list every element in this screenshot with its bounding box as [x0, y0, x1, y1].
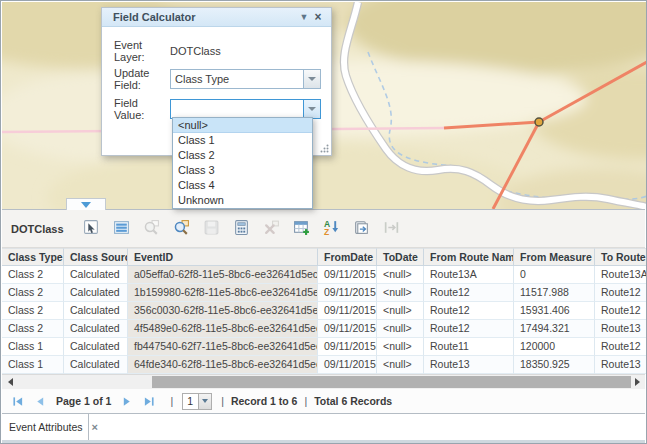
table-cell[interactable]: 09/11/2015	[318, 284, 377, 302]
table-row[interactable]: Class 1Calculatedfb447540-62f7-11e5-8bc6…	[2, 338, 645, 356]
column-header[interactable]: From Route Name	[424, 248, 514, 266]
sort-icon[interactable]: AZ	[322, 217, 342, 237]
scroll-right-button[interactable]	[629, 375, 645, 389]
dialog-title-bar[interactable]: Field Calculator ▼ ×	[102, 8, 331, 27]
table-cell[interactable]: 4f5489e0-62f8-11e5-8bc6-ee32641d5ec9	[128, 320, 318, 338]
table-cell[interactable]: Calculated	[64, 356, 128, 374]
panel-collapse-button[interactable]	[66, 198, 106, 210]
page-number-select[interactable]: 1	[182, 393, 212, 410]
table-cell[interactable]: Route13	[424, 356, 514, 374]
resize-grip-icon[interactable]	[320, 144, 329, 153]
field-value-select[interactable]	[170, 99, 321, 119]
last-page-button[interactable]	[141, 394, 157, 408]
table-cell[interactable]: 1b159980-62f8-11e5-8bc6-ee32641d5ec9	[128, 284, 318, 302]
field-value-dropdown-button[interactable]	[303, 100, 320, 118]
table-cell[interactable]: Class 2	[2, 320, 64, 338]
add-records-icon[interactable]	[292, 217, 312, 237]
table-cell[interactable]: 15931.406	[514, 302, 595, 320]
table-cell[interactable]: Class 1	[2, 356, 64, 374]
table-cell[interactable]: 09/11/2015	[318, 302, 377, 320]
column-header[interactable]: FromDate	[318, 248, 377, 266]
tab-event-attributes[interactable]: Event Attributes ×	[2, 414, 89, 440]
close-icon[interactable]: ×	[311, 10, 325, 24]
table-cell[interactable]: Calculated	[64, 302, 128, 320]
table-cell[interactable]: Calculated	[64, 284, 128, 302]
table-cell[interactable]: Route12	[595, 284, 647, 302]
update-field-dropdown-button[interactable]	[303, 70, 320, 88]
dropdown-option[interactable]: Class 3	[173, 163, 312, 178]
table-cell[interactable]: Calculated	[64, 320, 128, 338]
scroll-left-button[interactable]	[2, 375, 18, 389]
table-cell[interactable]: <null>	[377, 302, 424, 320]
table-cell[interactable]: Class 2	[2, 302, 64, 320]
dropdown-option[interactable]: Class 4	[173, 178, 312, 193]
table-cell[interactable]: 17494.321	[514, 320, 595, 338]
table-cell[interactable]: 09/11/2015	[318, 320, 377, 338]
pan-to-selected-icon[interactable]	[172, 217, 192, 237]
table-cell[interactable]: 09/11/2015	[318, 266, 377, 284]
column-header[interactable]: Class Type	[2, 248, 64, 266]
table-cell[interactable]: Route13	[595, 320, 647, 338]
table-cell[interactable]: Class 1	[2, 338, 64, 356]
save-icon[interactable]	[202, 217, 222, 237]
table-cell[interactable]: Route12	[595, 338, 647, 356]
table-cell[interactable]: 09/11/2015	[318, 338, 377, 356]
table-cell[interactable]: 64fde340-62f8-11e5-8bc6-ee32641d5ec9	[128, 356, 318, 374]
previous-page-button[interactable]	[32, 394, 48, 408]
horizontal-scrollbar[interactable]	[2, 374, 645, 389]
table-cell[interactable]: 09/11/2015	[318, 356, 377, 374]
table-cell[interactable]: Route12	[424, 302, 514, 320]
table-cell[interactable]: Route12	[424, 320, 514, 338]
table-cell[interactable]: Route13A	[424, 266, 514, 284]
table-cell[interactable]: Calculated	[64, 266, 128, 284]
table-cell[interactable]: Class 2	[2, 284, 64, 302]
select-records-icon[interactable]	[82, 217, 102, 237]
table-cell[interactable]: <null>	[377, 266, 424, 284]
table-row[interactable]: Class 2Calculated1b159980-62f8-11e5-8bc6…	[2, 284, 645, 302]
table-cell[interactable]: Route11	[424, 338, 514, 356]
next-page-button[interactable]	[119, 394, 135, 408]
table-cell[interactable]: Route12	[424, 284, 514, 302]
table-cell[interactable]: 18350.925	[514, 356, 595, 374]
first-page-button[interactable]	[10, 394, 26, 408]
table-cell[interactable]: a05effa0-62f8-11e5-8bc6-ee32641d5ec9	[128, 266, 318, 284]
table-cell[interactable]: <null>	[377, 356, 424, 374]
column-header[interactable]: To Route Name	[595, 248, 647, 266]
update-field-select[interactable]: Class Type	[170, 69, 321, 89]
table-cell[interactable]: Route13	[595, 356, 647, 374]
table-cell[interactable]: <null>	[377, 338, 424, 356]
column-header[interactable]: ToDate	[377, 248, 424, 266]
dropdown-option[interactable]: Unknown	[173, 193, 312, 208]
field-calculator-icon[interactable]	[232, 217, 252, 237]
table-row[interactable]: Class 2Calculated4f5489e0-62f8-11e5-8bc6…	[2, 320, 645, 338]
table-cell[interactable]: 120000	[514, 338, 595, 356]
table-cell[interactable]: 356c0030-62f8-11e5-8bc6-ee32641d5ec9	[128, 302, 318, 320]
table-cell[interactable]: Route12	[595, 302, 647, 320]
table-row[interactable]: Class 2Calculateda05effa0-62f8-11e5-8bc6…	[2, 266, 645, 284]
dropdown-option[interactable]: Class 2	[173, 148, 312, 163]
table-cell[interactable]: 11517.988	[514, 284, 595, 302]
route-junction-marker[interactable]	[535, 118, 543, 126]
zoom-to-selected-icon[interactable]	[142, 217, 162, 237]
scrollbar-thumb[interactable]	[152, 376, 631, 388]
table-row[interactable]: Class 2Calculated356c0030-62f8-11e5-8bc6…	[2, 302, 645, 320]
table-row[interactable]: Class 1Calculated64fde340-62f8-11e5-8bc6…	[2, 356, 645, 374]
clear-selection-icon[interactable]	[262, 217, 282, 237]
minimize-icon[interactable]: ▼	[297, 12, 311, 22]
table-cell[interactable]: 0	[514, 266, 595, 284]
table-cell[interactable]: <null>	[377, 284, 424, 302]
tab-close-icon[interactable]: ×	[92, 422, 98, 432]
column-header[interactable]: Class Source	[64, 248, 128, 266]
table-cell[interactable]: fb447540-62f7-11e5-8bc6-ee32641d5ec9	[128, 338, 318, 356]
page-select-dropdown-button[interactable]	[198, 394, 211, 409]
dropdown-option[interactable]: <null>	[173, 118, 312, 133]
attribute-copy-icon[interactable]	[352, 217, 372, 237]
column-header[interactable]: EventID	[128, 248, 318, 266]
table-cell[interactable]: Calculated	[64, 338, 128, 356]
table-cell[interactable]: <null>	[377, 320, 424, 338]
dropdown-option[interactable]: Class 1	[173, 133, 312, 148]
show-selected-records-icon[interactable]	[112, 217, 132, 237]
table-cell[interactable]: Route13A	[595, 266, 647, 284]
column-header[interactable]: From Measure	[514, 248, 595, 266]
table-cell[interactable]: Class 2	[2, 266, 64, 284]
